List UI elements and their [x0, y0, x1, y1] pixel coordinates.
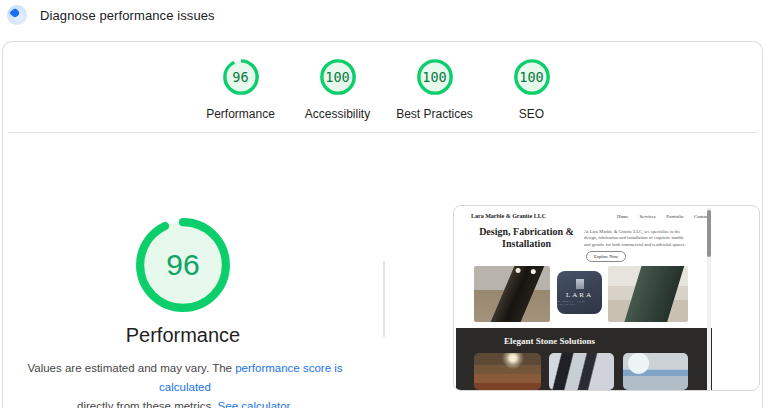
best-practices-score-ring: 100 [416, 58, 454, 96]
category-gauges-row: 96 Performance 100 Accessibility 100 [197, 58, 575, 121]
gauge-accessibility[interactable]: 100 Accessibility [294, 58, 381, 121]
category-label: Accessibility [305, 107, 370, 121]
site-nav-services: Services [639, 214, 655, 219]
score-value: 100 [513, 58, 551, 96]
diagnose-header: Diagnose performance issues [7, 5, 215, 25]
category-label: Best Practices [396, 107, 473, 121]
site-title: Lara Marble & Granite LLC [471, 213, 546, 219]
performance-main-gauge: 96 [134, 216, 232, 314]
dark-granite-kitchen-image [474, 266, 550, 322]
seo-score-ring: 100 [513, 58, 551, 96]
pagespeed-results-panel: Diagnose performance issues 96 Performan… [0, 0, 766, 408]
site-nav: Home Services Portfolio Contact [617, 214, 709, 219]
lara-logo-card: LARA MARBLE AND GRANITE [557, 271, 602, 314]
site-hero-heading: Design, Fabrication & Installation [474, 226, 579, 249]
gauge-best-practices[interactable]: 100 Best Practices [391, 58, 478, 121]
performance-score-ring: 96 [222, 58, 260, 96]
lara-logo-mark [576, 279, 584, 289]
explore-now-button: Explore Now [586, 251, 626, 262]
section-title: Diagnose performance issues [40, 8, 215, 23]
performance-main-score: 96 [134, 216, 232, 314]
warm-kitchen-image [474, 353, 541, 390]
disclaimer-before: Values are estimated and may vary. The [27, 362, 235, 374]
score-value: 100 [319, 58, 357, 96]
site-nav-home: Home [617, 214, 629, 219]
disclaimer-middle: directly from these metrics. [77, 400, 218, 408]
preview-scrollbar[interactable] [707, 208, 711, 390]
section-divider [9, 132, 757, 133]
vertical-divider [383, 261, 385, 337]
score-value: 100 [416, 58, 454, 96]
score-value: 96 [222, 58, 260, 96]
site-hero-description: At Lara Marble & Granite LLC, we special… [584, 229, 690, 248]
performance-heading: Performance [33, 324, 333, 347]
stone-solutions-section: Elegant Stone Solutions [456, 328, 712, 390]
site-nav-portfolio: Portfolio [666, 214, 683, 219]
see-calculator-link[interactable]: See calculator. [218, 400, 293, 408]
category-label: SEO [519, 107, 544, 121]
lara-logo-text: LARA [566, 291, 593, 299]
disclaimer-text: Values are estimated and may vary. The p… [5, 359, 365, 408]
accessibility-score-ring: 100 [319, 58, 357, 96]
green-marble-island-image [608, 266, 688, 322]
gauge-performance[interactable]: 96 Performance [197, 58, 284, 121]
preview-scrollbar-thumb[interactable] [707, 210, 711, 257]
lara-logo-subtext: MARBLE AND GRANITE [557, 300, 602, 306]
blue-counter-room-image [623, 353, 688, 390]
gauge-seo[interactable]: 100 SEO [488, 58, 575, 121]
category-label: Performance [206, 107, 275, 121]
stone-solutions-title: Elegant Stone Solutions [504, 336, 595, 346]
performance-section-icon [7, 5, 27, 25]
page-screenshot-preview: Lara Marble & Granite LLC Home Services … [453, 205, 760, 391]
marble-slab-image [549, 353, 614, 390]
